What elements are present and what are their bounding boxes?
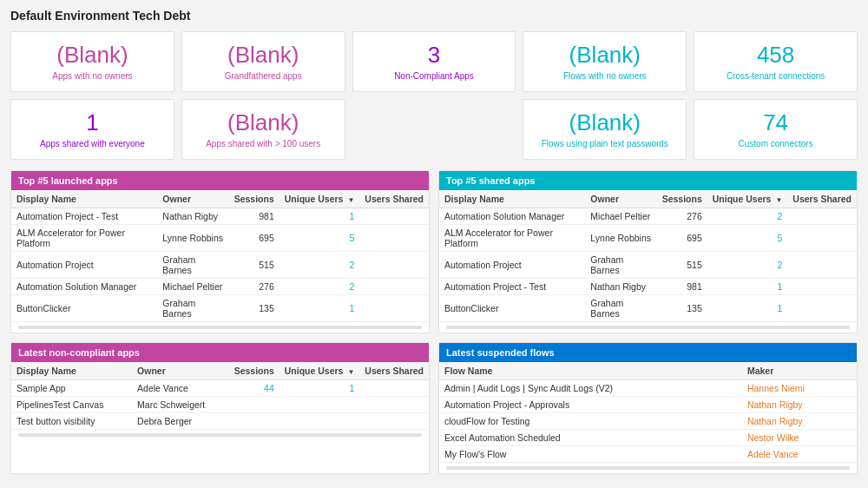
kpi-label-cross-tenant: Cross-tenant connections <box>727 71 825 81</box>
kpi-label-custom-connectors: Custom connectors <box>739 139 813 148</box>
sort-icon-3: ▼ <box>347 368 354 376</box>
cell-unique: 2 <box>279 279 360 295</box>
col-unique-3: Unique Users ▼ <box>279 362 360 380</box>
cell-shared <box>359 295 429 322</box>
launched-apps-body: Automation Project - Test Nathan Rigby 9… <box>11 208 429 322</box>
cell-shared <box>359 397 429 413</box>
kpi-apps-shared-100[interactable]: (Blank) Apps shared with > 100 users <box>181 99 345 160</box>
table-row: Automation Project Graham Barnes 515 2 <box>439 252 857 279</box>
kpi-flows-plaintext[interactable]: (Blank) Flows using plain text passwords <box>523 99 687 160</box>
shared-apps-table: Display Name Owner Sessions Unique Users… <box>439 190 857 322</box>
noncompliant-apps-table: Display Name Owner Sessions Unique Users… <box>11 362 429 430</box>
cell-unique: 2 <box>279 252 360 279</box>
cell-owner: Graham Barnes <box>157 295 228 322</box>
cell-maker: Adele Vance <box>742 446 857 463</box>
kpi-non-compliant-apps[interactable]: 3 Non-Compliant Apps <box>352 31 516 92</box>
cell-flow-name: Admin | Audit Logs | Sync Audit Logs (V2… <box>439 380 742 397</box>
launched-apps-table: Display Name Owner Sessions Unique Users… <box>11 190 429 322</box>
cell-owner: Graham Barnes <box>585 295 656 322</box>
table-row: ButtonClicker Graham Barnes 135 1 <box>11 295 429 322</box>
cell-flow-name: Automation Project - Approvals <box>439 397 742 413</box>
table-row: Automation Solution Manager Michael Pelt… <box>11 279 429 295</box>
cell-owner: Marc Schweigert <box>132 397 229 413</box>
col-sessions-1: Sessions <box>229 190 279 208</box>
col-shared-3: Users Shared <box>359 362 429 380</box>
kpi-apps-no-owners[interactable]: (Blank) Apps with no owners <box>10 31 174 92</box>
cell-sessions: 515 <box>229 252 279 279</box>
cell-sessions: 981 <box>229 208 279 225</box>
cell-sessions: 515 <box>657 252 707 279</box>
cell-owner: Adele Vance <box>132 380 229 397</box>
kpi-grandfathered-apps[interactable]: (Blank) Grandfathered apps <box>181 31 345 92</box>
cell-name: Automation Project - Test <box>11 208 157 225</box>
col-flow-name: Flow Name <box>439 362 742 380</box>
sort-icon-2: ▼ <box>775 196 782 204</box>
col-owner-1: Owner <box>157 190 228 208</box>
cell-sessions: 135 <box>657 295 707 322</box>
cell-owner: Debra Berger <box>132 413 229 430</box>
page-title: Default Environment Tech Debt <box>10 9 858 23</box>
table-row: PipelinesTest Canvas Marc Schweigert <box>11 397 429 413</box>
kpi-label-non-compliant: Non-Compliant Apps <box>394 71 474 81</box>
kpi-custom-connectors[interactable]: 74 Custom connectors <box>694 99 858 160</box>
cell-sessions: 44 <box>229 380 279 397</box>
cell-unique: 1 <box>279 295 360 322</box>
scrollbar-shared[interactable] <box>446 326 850 329</box>
table-row: ALM Accelerator for Power Platform Lynne… <box>439 225 857 252</box>
cell-sessions <box>229 413 279 430</box>
col-shared-2: Users Shared <box>787 190 857 208</box>
cell-shared <box>359 225 429 252</box>
kpi-value-flows-plaintext: (Blank) <box>569 110 641 135</box>
cell-shared <box>359 279 429 295</box>
cell-name: ALM Accelerator for Power Platform <box>439 225 585 252</box>
cell-maker: Hannes Niemi <box>742 380 857 397</box>
cell-sessions <box>229 397 279 413</box>
kpi-spacer <box>352 99 516 160</box>
kpi-value-grandfathered: (Blank) <box>227 43 299 68</box>
cell-unique: 2 <box>707 252 788 279</box>
kpi-value-flows-no-owners: (Blank) <box>569 43 641 68</box>
kpi-cross-tenant[interactable]: 458 Cross-tenant connections <box>694 31 858 92</box>
table-row: Admin | Audit Logs | Sync Audit Logs (V2… <box>439 380 857 397</box>
cell-maker: Nestor Wilke <box>742 430 857 446</box>
cell-maker: Nathan Rigby <box>742 413 857 430</box>
cell-name: ALM Accelerator for Power Platform <box>11 225 157 252</box>
cell-owner: Graham Barnes <box>585 252 656 279</box>
col-unique-1: Unique Users ▼ <box>279 190 360 208</box>
tables-row-1: Top #5 launched apps Display Name Owner … <box>10 170 858 333</box>
cell-owner: Michael Peltier <box>585 208 656 225</box>
cell-owner: Lynne Robbins <box>585 225 656 252</box>
noncompliant-apps-header: Latest non-compliant apps <box>11 343 429 362</box>
cell-sessions: 695 <box>229 225 279 252</box>
noncompliant-apps-card: Latest non-compliant apps Display Name O… <box>10 342 430 474</box>
kpi-value-custom-connectors: 74 <box>763 110 788 135</box>
scrollbar-noncompliant[interactable] <box>18 433 422 437</box>
kpi-label-apps-no-owners: Apps with no owners <box>52 71 132 81</box>
kpi-apps-shared-everyone[interactable]: 1 Apps shared with everyone <box>10 99 174 160</box>
cell-unique: 1 <box>279 380 360 397</box>
col-maker: Maker <box>742 362 857 380</box>
cell-shared <box>359 413 429 430</box>
kpi-flows-no-owners[interactable]: (Blank) Flows with no owners <box>523 31 687 92</box>
cell-shared <box>359 208 429 225</box>
suspended-flows-header: Latest suspended flows <box>439 343 857 362</box>
cell-name: Automation Solution Manager <box>11 279 157 295</box>
launched-apps-header: Top #5 launched apps <box>11 171 429 190</box>
table-row: Automation Project - Approvals Nathan Ri… <box>439 397 857 413</box>
cell-maker: Nathan Rigby <box>742 397 857 413</box>
kpi-label-flows-plaintext: Flows using plain text passwords <box>542 139 668 148</box>
cell-owner: Michael Peltier <box>157 279 228 295</box>
cell-owner: Graham Barnes <box>157 252 228 279</box>
table-row: cloudFlow for Testing Nathan Rigby <box>439 413 857 430</box>
cell-owner: Nathan Rigby <box>157 208 228 225</box>
table-row: My Flow's Flow Adele Vance <box>439 446 857 463</box>
kpi-label-grandfathered: Grandfathered apps <box>225 71 302 81</box>
scrollbar-suspended[interactable] <box>446 466 850 470</box>
kpi-row-2: 1 Apps shared with everyone (Blank) Apps… <box>10 99 858 160</box>
cell-unique: 1 <box>279 208 360 225</box>
cell-unique: 1 <box>707 279 788 295</box>
col-sessions-2: Sessions <box>657 190 707 208</box>
scrollbar-launched[interactable] <box>18 326 422 329</box>
table-row: Automation Solution Manager Michael Pelt… <box>439 208 857 225</box>
launched-apps-header-row: Display Name Owner Sessions Unique Users… <box>11 190 429 208</box>
